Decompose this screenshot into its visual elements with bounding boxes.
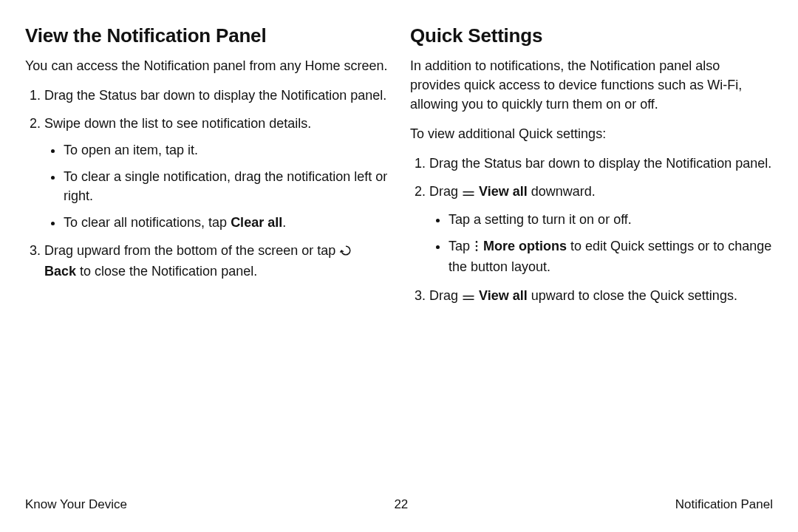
svg-point-2 [476, 241, 478, 243]
step-2: Swipe down the list to see notification … [44, 114, 388, 232]
step-1: Drag the Status bar down to display the … [44, 86, 388, 105]
svg-point-3 [476, 245, 478, 248]
right-column: Quick Settings In addition to notificati… [410, 22, 773, 490]
back-icon [339, 242, 352, 262]
more-options-icon [474, 238, 480, 257]
view-all-label: View all [479, 184, 528, 199]
heading-view-notification-panel: View the Notification Panel [25, 22, 388, 50]
view-all-icon [462, 183, 475, 202]
page-number: 22 [394, 496, 408, 514]
qs-step-3: Drag View all upward to close the Quick … [429, 286, 773, 307]
intro-text-quick: In addition to notifications, the Notifi… [410, 56, 773, 114]
footer-right: Notification Panel [675, 496, 773, 514]
intro-text: You can access the Notification panel fr… [25, 56, 388, 75]
step-3: Drag upward from the bottom of the scree… [44, 241, 388, 281]
qs-step-3-pre: Drag [429, 288, 462, 303]
step-2c: To clear all notifications, tap Clear al… [64, 213, 388, 232]
qs-step-2-post: downward. [528, 184, 596, 199]
step-2b: To clear a single notification, drag the… [64, 167, 388, 205]
step-3-post: to close the Notification panel. [76, 264, 257, 279]
back-label: Back [44, 264, 76, 279]
svg-point-4 [476, 250, 478, 252]
qs-step-2-pre: Drag [429, 184, 462, 199]
lead-text: To view additional Quick settings: [410, 124, 773, 143]
heading-quick-settings: Quick Settings [410, 22, 773, 50]
step-2-text: Swipe down the list to see notification … [44, 116, 311, 131]
left-column: View the Notification Panel You can acce… [25, 22, 388, 490]
qs-step-2a: Tap a setting to turn it on or off. [449, 210, 773, 229]
clear-all-label: Clear all [231, 215, 282, 230]
view-all-icon [462, 287, 475, 307]
qs-step-3-post: upward to close the Quick settings. [528, 288, 737, 303]
qs-step-1: Drag the Status bar down to display the … [429, 154, 773, 173]
step-2c-post: . [282, 215, 286, 230]
step-2c-pre: To clear all notifications, tap [64, 215, 231, 230]
qs-step-2: Drag View all downward. Tap a setting to… [429, 182, 773, 276]
qs-step-2b-pre: Tap [449, 239, 474, 253]
page-footer: Know Your Device 22 Notification Panel [25, 490, 773, 514]
step-2a: To open an item, tap it. [64, 140, 388, 160]
footer-left: Know Your Device [25, 496, 127, 514]
view-all-label-2: View all [479, 288, 528, 303]
step-3-pre: Drag upward from the bottom of the scree… [44, 243, 339, 258]
more-options-label: More options [483, 239, 567, 253]
qs-step-2b: Tap More options to edit Quick settings … [449, 236, 773, 276]
